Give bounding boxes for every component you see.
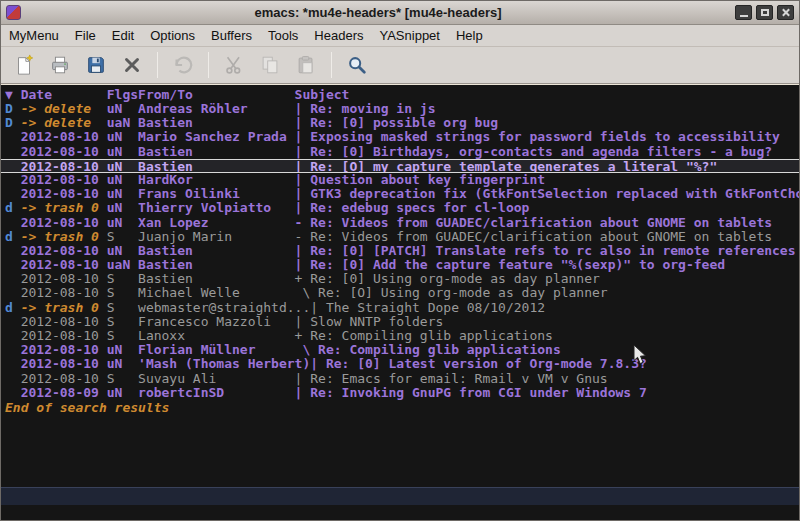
message-row[interactable]: 2012-08-10 S Suvayu Ali | Re: Emacs for … — [1, 372, 799, 386]
message-row[interactable]: d -> trash 0 S Juanjo Marin - Re: Videos… — [1, 230, 799, 244]
search-icon — [346, 54, 368, 76]
menu-item-help[interactable]: Help — [448, 26, 491, 45]
message-mark: d — [5, 301, 21, 315]
message-row[interactable]: D -> delete uaN Bastien | Re: [0] possib… — [1, 116, 799, 130]
title-bar[interactable]: emacs: *mu4e-headers* [mu4e-headers] — [1, 1, 799, 25]
menu-item-file[interactable]: File — [67, 26, 104, 45]
close-button[interactable] — [117, 50, 147, 80]
message-row[interactable]: 2012-08-10 S Francesco Mazzoli | Slow NN… — [1, 315, 799, 329]
message-row[interactable]: d -> trash 0 S webmaster@straightd...| T… — [1, 301, 799, 315]
message-date: 2012-08-10 — [21, 159, 107, 173]
message-date: 2012-08-10 — [21, 272, 107, 286]
message-flags: uaN — [107, 116, 138, 130]
message-from: Suvayu Ali — [138, 372, 295, 386]
message-flags: S — [107, 301, 138, 315]
buffer-area[interactable]: ▼ Date FlgsFrom/To Subject D -> delete u… — [1, 84, 799, 521]
search-button[interactable] — [342, 50, 372, 80]
message-subject: | Question about key fingerprint — [295, 173, 545, 187]
buffer-empty-space — [1, 415, 799, 487]
print-button[interactable] — [45, 50, 75, 80]
message-flags: uN — [107, 187, 138, 201]
window-title: emacs: *mu4e-headers* [mu4e-headers] — [21, 5, 735, 20]
message-date: 2012-08-10 — [21, 315, 107, 329]
message-from: Bastien — [138, 159, 295, 173]
copy-button[interactable] — [255, 50, 285, 80]
message-mark — [5, 372, 21, 386]
cut-button[interactable] — [219, 50, 249, 80]
message-flags: uN — [107, 173, 138, 187]
message-date: 2012-08-10 — [21, 258, 107, 272]
message-from: Frans Oilinki — [138, 187, 295, 201]
menu-item-mymenu[interactable]: MyMenu — [1, 26, 67, 45]
message-date: 2012-08-10 — [21, 372, 107, 386]
paste-icon — [295, 54, 317, 76]
message-from: Thierry Volpiatto — [138, 201, 295, 215]
message-subject: | GTK3 deprecation fix (GtkFontSelection… — [295, 187, 799, 201]
echo-area[interactable] — [1, 505, 799, 521]
message-flags: uN — [107, 216, 138, 230]
message-row[interactable]: 2012-08-10 S Lanoxx + Re: Compiling glib… — [1, 329, 799, 343]
print-icon — [49, 54, 71, 76]
message-row[interactable]: 2012-08-10 uN Xan Lopez - Re: Videos fro… — [1, 216, 799, 230]
undo-button[interactable] — [168, 50, 198, 80]
message-mark — [5, 145, 21, 159]
message-date: -> trash 0 — [21, 201, 107, 215]
close-window-button[interactable] — [777, 5, 794, 20]
message-subject: | Re: [O] my capture template generates … — [295, 159, 718, 173]
emacs-window: emacs: *mu4e-headers* [mu4e-headers] MyM… — [0, 0, 800, 521]
message-date: 2012-08-10 — [21, 286, 107, 300]
mode-line[interactable]: *mu4e-headers* ( 5, 0) [All/2.0k] [mu4e-… — [1, 487, 799, 505]
message-date: -> trash 0 — [21, 230, 107, 244]
message-flags: uN — [107, 130, 138, 144]
message-date: -> trash 0 — [21, 301, 107, 315]
message-flags: uN — [107, 357, 138, 371]
message-subject: - Re: Videos from GUADEC/clarification a… — [295, 216, 772, 230]
toolbar-separator — [208, 52, 209, 78]
message-from: Mario Sanchez Prada — [138, 130, 295, 144]
menu-item-buffers[interactable]: Buffers — [203, 26, 260, 45]
menu-item-edit[interactable]: Edit — [104, 26, 142, 45]
window-icon — [6, 5, 21, 20]
message-row[interactable]: 2012-08-10 uN 'Mash (Thomas Herbert)| Re… — [1, 357, 799, 371]
paste-button[interactable] — [291, 50, 321, 80]
message-mark — [5, 329, 21, 343]
message-mark — [5, 173, 21, 187]
message-row[interactable]: 2012-08-10 S Michael Welle \ Re: [O] Usi… — [1, 286, 799, 300]
message-row[interactable]: 2012-08-10 uN Bastien | Re: [0] [PATCH] … — [1, 244, 799, 258]
message-date: 2012-08-10 — [21, 145, 107, 159]
message-row[interactable]: D -> delete uN Andreas Röhler | Re: movi… — [1, 102, 799, 116]
message-date: -> delete — [21, 102, 107, 116]
menu-item-headers[interactable]: Headers — [306, 26, 371, 45]
message-row[interactable]: d -> trash 0 uN Thierry Volpiatto | Re: … — [1, 201, 799, 215]
new-file-button[interactable] — [9, 50, 39, 80]
message-mark — [5, 357, 21, 371]
save-button[interactable] — [81, 50, 111, 80]
message-subject: | Re: edebug specs for cl-loop — [295, 201, 530, 215]
message-row[interactable]: 2012-08-10 uN Mario Sanchez Prada | Expo… — [1, 130, 799, 144]
message-subject: | Re: [0] Add the capture feature "%(sex… — [295, 258, 725, 272]
minimize-window-button[interactable] — [735, 5, 752, 20]
message-subject: | Slow NNTP folders — [295, 315, 444, 329]
message-from: Lanoxx — [138, 329, 295, 343]
message-subject: \ Re: [O] Using org-mode as day planner — [295, 286, 608, 300]
maximize-window-button[interactable] — [756, 5, 773, 20]
message-row[interactable]: 2012-08-10 uN Bastien | Re: [0] Birthday… — [1, 145, 799, 159]
message-mark — [5, 130, 21, 144]
message-subject: | Re: [0] Birthdays, org-contacts and ag… — [295, 145, 772, 159]
message-subject: + Re: Compiling glib applications — [295, 329, 553, 343]
menu-item-options[interactable]: Options — [142, 26, 203, 45]
menu-item-yasnippet[interactable]: YASnippet — [371, 26, 447, 45]
message-row[interactable]: 2012-08-10 uN Florian Müllner \ Re: Comp… — [1, 343, 799, 357]
menu-item-tools[interactable]: Tools — [260, 26, 306, 45]
message-subject: - Re: Videos from GUADEC/clarification a… — [295, 230, 772, 244]
message-row[interactable]: 2012-08-10 uN HardKor | Question about k… — [1, 173, 799, 187]
message-mark: D — [5, 116, 21, 130]
message-row[interactable]: 2012-08-09 uN robertcInSD | Re: Invoking… — [1, 386, 799, 400]
message-row[interactable]: 2012-08-10 uN Frans Oilinki | GTK3 depre… — [1, 187, 799, 201]
headers-column-bar: ▼ Date FlgsFrom/To Subject — [1, 85, 799, 102]
message-row[interactable]: 2012-08-10 S Bastien + Re: [0] Using org… — [1, 272, 799, 286]
message-row[interactable]: 2012-08-10 uaN Bastien | Re: [0] Add the… — [1, 258, 799, 272]
new-file-icon — [13, 54, 35, 76]
tool-bar — [1, 47, 799, 84]
message-row[interactable]: 2012-08-10 uN Bastien | Re: [O] my captu… — [1, 159, 799, 173]
